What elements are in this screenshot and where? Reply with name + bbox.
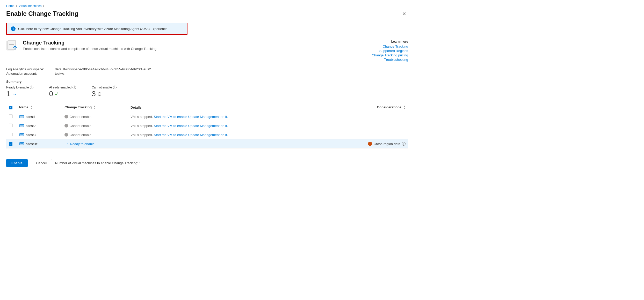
considerations-info-icon[interactable]: i	[402, 142, 406, 146]
row-details: VM is stopped. Start the VM to enable Up…	[128, 130, 314, 139]
learn-more-panel: Learn more Change Tracking Supported Reg…	[361, 40, 408, 62]
ready-info-icon[interactable]: i	[30, 86, 33, 89]
row-name: sltest1	[17, 112, 62, 121]
breadcrumb-vms[interactable]: Virtual machines	[19, 4, 42, 8]
row-change-tracking: — Cannot enable	[62, 130, 128, 139]
workspace-info: Log Analytics workspace: defaultworkspac…	[6, 67, 408, 76]
table-row: sltest1 — Cannot enable VM is stopped. S…	[6, 112, 408, 121]
summary-title: Summary	[6, 80, 408, 84]
learn-more-supported-regions[interactable]: Supported Regions	[361, 49, 408, 53]
learn-more-pricing[interactable]: Change Tracking pricing	[361, 53, 408, 57]
summary-already-enabled: Already enabled i 0 ✓	[49, 86, 76, 98]
col-name: Name ▲▼	[17, 103, 62, 112]
section-header: Change Tracking Enable consistent contro…	[6, 40, 408, 62]
row-considerations	[314, 121, 408, 130]
cannot-count: 3	[92, 90, 96, 98]
cannot-info-icon[interactable]: i	[113, 86, 117, 89]
col-considerations: Considerations ▲▼	[314, 103, 408, 112]
svg-rect-1	[8, 40, 16, 50]
section-title: Change Tracking	[23, 40, 157, 46]
page-header: Enable Change Tracking ··· ✕	[6, 10, 408, 18]
breadcrumb: Home › Virtual machines ›	[6, 4, 408, 8]
vm-table: Name ▲▼ Change Tracking ▲▼ Details Consi…	[6, 103, 408, 148]
section-description: Enable consistent control and compliance…	[23, 47, 157, 51]
warning-icon: !	[368, 142, 372, 146]
info-icon: i	[11, 26, 16, 31]
row-considerations	[314, 112, 408, 121]
cannot-block-icon: ⊖	[97, 91, 102, 97]
row-name: sltest3	[17, 130, 62, 139]
close-button[interactable]: ✕	[400, 10, 408, 18]
row-name: sltestlin1	[17, 139, 62, 148]
row-considerations: ! Cross-region data i	[314, 139, 408, 148]
already-info-icon[interactable]: i	[73, 86, 76, 89]
already-enabled-label: Already enabled	[49, 86, 71, 89]
footer-bar: Enable Cancel Number of virtual machines…	[6, 155, 408, 167]
enable-button[interactable]: Enable	[6, 159, 28, 167]
summary-section: Summary Ready to enable i 1 → Already en…	[6, 80, 408, 98]
row-change-tracking: → Ready to enable	[62, 139, 128, 148]
row-checkbox[interactable]	[9, 115, 12, 118]
change-tracking-section-icon	[6, 40, 19, 52]
automation-account-label: Automation account:	[6, 72, 53, 76]
row-details: VM is stopped. Start the VM to enable Up…	[128, 121, 314, 130]
row-change-tracking: — Cannot enable	[62, 121, 128, 130]
footer-info-text: Number of virtual machines to enable Cha…	[55, 161, 141, 165]
col-details: Details	[128, 103, 314, 112]
table-row: sltest2 — Cannot enable VM is stopped. S…	[6, 121, 408, 130]
cancel-button[interactable]: Cancel	[31, 159, 52, 167]
col-change-tracking: Change Tracking ▲▼	[62, 103, 128, 112]
details-link[interactable]: Start the VM to enable Update Management…	[154, 133, 228, 137]
cannot-enable-icon: —	[64, 133, 68, 137]
row-checkbox[interactable]	[9, 124, 12, 127]
already-check-icon: ✓	[55, 91, 59, 97]
row-checkbox[interactable]	[9, 133, 12, 136]
automation-account-value: testws	[55, 72, 64, 76]
cannot-enable-label: Cannot enable	[92, 86, 112, 89]
vm-icon	[19, 123, 24, 128]
page-title: Enable Change Tracking	[6, 10, 78, 17]
row-details: VM is stopped. Start the VM to enable Up…	[128, 112, 314, 121]
ready-count: 1	[6, 90, 10, 98]
ready-arrow-icon: →	[12, 91, 17, 97]
log-analytics-label: Log Analytics workspace:	[6, 67, 53, 71]
log-analytics-value: defaultworkspace-3f954a4a-8cbf-448d-b855…	[55, 67, 151, 71]
vm-icon	[19, 141, 24, 146]
info-banner-text: Click here to try new Change Tracking An…	[18, 27, 168, 31]
ready-to-enable-label: Ready to enable	[6, 86, 29, 89]
row-details	[128, 139, 314, 148]
select-all-checkbox[interactable]	[9, 106, 12, 109]
learn-more-troubleshooting[interactable]: Troubleshooting	[361, 58, 408, 62]
breadcrumb-home[interactable]: Home	[6, 4, 15, 8]
summary-cannot-enable: Cannot enable i 3 ⊖	[92, 86, 117, 98]
row-checkbox[interactable]	[9, 142, 12, 146]
cannot-enable-icon: —	[64, 124, 68, 128]
ready-arrow: →	[64, 141, 69, 146]
summary-ready-to-enable: Ready to enable i 1 →	[6, 86, 33, 98]
ama-info-banner[interactable]: i Click here to try new Change Tracking …	[6, 23, 187, 35]
learn-more-change-tracking[interactable]: Change Tracking	[361, 44, 408, 48]
row-name: sltest2	[17, 121, 62, 130]
details-link[interactable]: Start the VM to enable Update Management…	[154, 115, 228, 119]
ellipsis-button[interactable]: ···	[81, 11, 88, 17]
details-link[interactable]: Start the VM to enable Update Management…	[154, 124, 228, 128]
vm-icon	[19, 114, 24, 119]
table-row: sltestlin1 → Ready to enable ! Cross-reg…	[6, 139, 408, 148]
row-change-tracking: — Cannot enable	[62, 112, 128, 121]
already-count: 0	[49, 90, 53, 98]
cannot-enable-icon: —	[64, 115, 68, 118]
learn-more-title: Learn more	[361, 40, 408, 43]
row-considerations	[314, 130, 408, 139]
table-row: sltest3 — Cannot enable VM is stopped. S…	[6, 130, 408, 139]
vm-icon	[19, 132, 24, 137]
